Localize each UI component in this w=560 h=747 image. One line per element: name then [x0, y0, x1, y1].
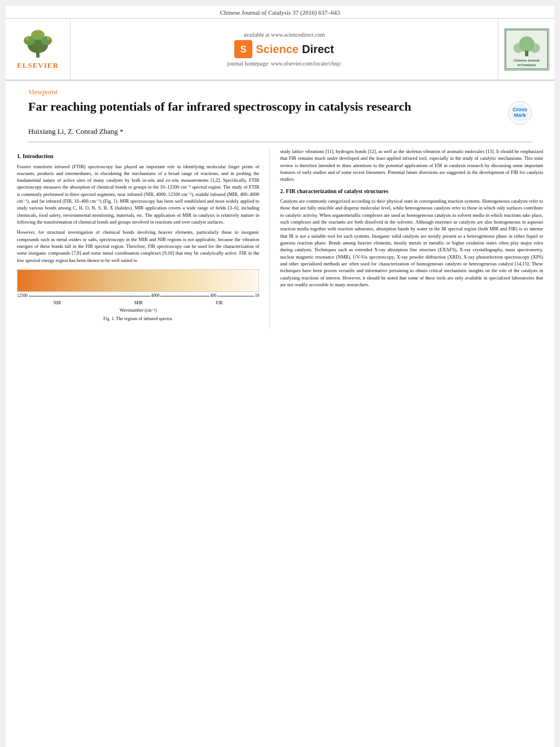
svg-text:Mark: Mark — [514, 112, 526, 118]
crossmark-icon: Cross Mark — [508, 101, 532, 125]
svg-point-6 — [47, 37, 50, 40]
journal-center: available at www.sciencedirect.com S Sci… — [71, 19, 498, 80]
authors: Huixiang Li, Z. Conrad Zhang * — [28, 127, 532, 136]
article-title: Far reaching potentials of far infrared … — [28, 99, 508, 115]
sciencedirect-logo: S ScienceDirect — [234, 40, 334, 58]
elsevier-tree-icon — [18, 28, 58, 59]
svg-point-16 — [530, 43, 540, 53]
svg-text:Chinese Journal: Chinese Journal — [514, 59, 540, 62]
scale-left: 12500 — [17, 293, 28, 299]
svg-point-15 — [513, 43, 523, 53]
content-area: 1. Introduction Fourier transform infrar… — [6, 148, 554, 328]
figure-1-container: 12500 → 4000 → 400 → 10 NIR — [17, 269, 259, 322]
svg-point-7 — [33, 33, 36, 36]
sd-icon: S — [234, 40, 252, 58]
available-text: available at www.sciencedirect.com — [244, 32, 325, 38]
mir-label: MIR — [134, 300, 143, 307]
elsevier-text: ELSEVIER — [17, 61, 59, 70]
intro-cont-para: study lattice vibrations [11], hydrogen … — [280, 148, 543, 183]
nir-label: NIR — [54, 300, 62, 307]
fir-char-heading: 2. FIR characterization of catalyst stru… — [280, 187, 543, 196]
svg-point-9 — [37, 30, 40, 33]
homepage-text: journal homepage: www.elsevier.com/locat… — [227, 60, 341, 67]
scale-mid1: 4000 — [151, 293, 159, 299]
crossmark-container: Cross Mark — [508, 101, 532, 127]
catalysis-journal-logo: Chinese Journal of Catalysis — [504, 28, 549, 71]
svg-point-8 — [41, 33, 43, 36]
journal-header: ELSEVIER available at www.sciencedirect.… — [6, 19, 554, 81]
scale-right: 10 — [255, 293, 260, 299]
svg-rect-17 — [525, 50, 528, 56]
scale-mid2: 400 — [210, 293, 216, 299]
divider — [28, 142, 532, 142]
left-column: 1. Introduction Fourier transform infrar… — [17, 148, 269, 328]
journal-info: Chinese Journal of Catalysis 37 (2016) 6… — [220, 9, 340, 16]
wavenumber-label: Wavenumber (cm⁻¹) — [17, 307, 259, 314]
fig-caption: Fig. 1. The regions of infrared spectra. — [17, 316, 259, 322]
catalysis-logo-svg: Chinese Journal of Catalysis — [505, 28, 549, 71]
svg-text:Cross: Cross — [513, 107, 527, 112]
svg-point-5 — [25, 37, 29, 40]
page: Chinese Journal of Catalysis 37 (2016) 6… — [6, 6, 554, 747]
viewpoint-label: Viewpoint — [28, 88, 532, 97]
fir-char-para1: Catalysts are commonly categorized accor… — [280, 198, 543, 288]
top-bar: Chinese Journal of Catalysis 37 (2016) 6… — [6, 6, 554, 19]
svg-text:S: S — [240, 45, 247, 54]
catalysis-logo: Chinese Journal of Catalysis — [498, 19, 554, 80]
spectrum-gradient — [17, 269, 259, 292]
intro-heading: 1. Introduction — [17, 152, 259, 161]
article-header: Viewpoint Far reaching potentials of far… — [6, 81, 554, 142]
right-column: study lattice vibrations [11], hydrogen … — [269, 148, 543, 328]
intro-para1: Fourier transform infrared (FTIR) spectr… — [17, 163, 259, 226]
elsevier-logo: ELSEVIER — [6, 19, 71, 80]
intro-para2: However, for structural investigation of… — [17, 229, 259, 264]
svg-text:of Catalysis: of Catalysis — [517, 63, 536, 67]
fir-label: FIR — [216, 300, 222, 307]
